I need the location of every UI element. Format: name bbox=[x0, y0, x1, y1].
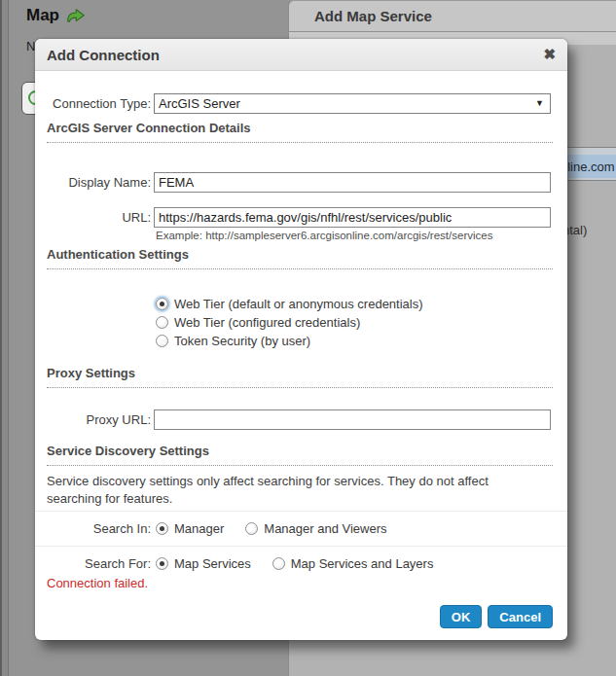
url-example-text: Example: http://sampleserver6.arcgisonli… bbox=[156, 230, 492, 241]
background-url-selection: nline.com bbox=[561, 155, 616, 178]
url-label: URL: bbox=[35, 210, 151, 225]
proxy-url-input[interactable] bbox=[154, 409, 551, 430]
connection-type-value: ArcGIS Server bbox=[159, 96, 240, 111]
auth-option-web-tier-anonymous[interactable]: Web Tier (default or anonymous credentia… bbox=[156, 295, 423, 313]
search-in-option-manager-and-viewers[interactable]: Manager and Viewers bbox=[245, 521, 386, 536]
search-for-option-map-services-and-layers[interactable]: Map Services and Layers bbox=[272, 556, 434, 571]
auth-option-label: Web Tier (default or anonymous credentia… bbox=[174, 297, 423, 311]
auth-option-web-tier-configured[interactable]: Web Tier (configured credentials) bbox=[156, 313, 423, 332]
service-discovery-note: Service discovery settings only affect s… bbox=[47, 473, 545, 508]
map-title-label: Map bbox=[26, 6, 59, 25]
connection-type-row: Connection Type: ArcGIS Server ▼ bbox=[35, 92, 553, 114]
auth-option-label: Web Tier (configured credentials) bbox=[174, 315, 360, 330]
section-authentication: Authentication Settings bbox=[47, 247, 553, 269]
radio-selected-icon[interactable] bbox=[156, 298, 168, 310]
auth-radio-group: Web Tier (default or anonymous credentia… bbox=[156, 295, 423, 350]
proxy-url-label: Proxy URL: bbox=[35, 412, 151, 427]
connection-type-label: Connection Type: bbox=[35, 96, 151, 111]
radio-icon[interactable] bbox=[156, 316, 168, 329]
option-label: Manager bbox=[174, 521, 224, 536]
background-name-label: N bbox=[26, 39, 35, 53]
auth-option-label: Token Security (by user) bbox=[174, 334, 310, 348]
add-connection-dialog: Add Connection ✖ Connection Type: ArcGIS… bbox=[35, 39, 567, 640]
add-map-service-title: Add Map Service bbox=[289, 8, 432, 24]
search-for-option-map-services[interactable]: Map Services bbox=[156, 556, 251, 571]
section-connection-details: ArcGIS Server Connection Details bbox=[47, 121, 553, 143]
chevron-down-icon: ▼ bbox=[535, 98, 546, 108]
search-in-label: Search In: bbox=[35, 521, 151, 536]
auth-option-token-security[interactable]: Token Security (by user) bbox=[156, 332, 423, 350]
search-in-option-manager[interactable]: Manager bbox=[156, 521, 224, 536]
radio-selected-icon[interactable] bbox=[156, 557, 168, 570]
screen: Map N Add Map Service nline.com ntal) Ad… bbox=[0, 0, 616, 676]
close-icon[interactable]: ✖ bbox=[543, 45, 556, 64]
map-panel-title: Map bbox=[26, 6, 85, 25]
proxy-url-row: Proxy URL: bbox=[35, 409, 553, 430]
option-label: Map Services and Layers bbox=[291, 556, 434, 571]
url-input[interactable] bbox=[154, 207, 551, 228]
ok-button[interactable]: OK bbox=[440, 605, 483, 628]
search-in-row: Search In: Manager Manager and Viewers bbox=[35, 511, 567, 546]
radio-selected-icon[interactable] bbox=[156, 522, 168, 535]
left-panel-edge bbox=[0, 0, 9, 676]
display-name-label: Display Name: bbox=[35, 175, 151, 190]
section-service-discovery: Service Discovery Settings bbox=[47, 444, 553, 466]
radio-icon[interactable] bbox=[272, 557, 285, 570]
option-label: Manager and Viewers bbox=[264, 521, 386, 536]
radio-icon[interactable] bbox=[156, 335, 168, 347]
green-forward-arrow-icon[interactable] bbox=[66, 9, 85, 23]
search-for-label: Search For: bbox=[35, 556, 151, 571]
cancel-button[interactable]: Cancel bbox=[488, 605, 553, 628]
display-name-row: Display Name: bbox=[35, 171, 553, 193]
connection-type-select[interactable]: ArcGIS Server ▼ bbox=[154, 93, 551, 114]
url-row: URL: bbox=[35, 206, 553, 228]
section-proxy: Proxy Settings bbox=[47, 366, 553, 388]
connection-error-message: Connection failed. bbox=[47, 576, 148, 590]
option-label: Map Services bbox=[174, 556, 251, 571]
add-map-service-titlebar: Add Map Service bbox=[289, 1, 616, 32]
dialog-title: Add Connection bbox=[35, 47, 160, 63]
dialog-footer: OK Cancel bbox=[440, 605, 553, 628]
display-name-input[interactable] bbox=[154, 172, 551, 193]
dialog-header[interactable]: Add Connection ✖ bbox=[35, 39, 567, 71]
radio-icon[interactable] bbox=[245, 522, 258, 535]
